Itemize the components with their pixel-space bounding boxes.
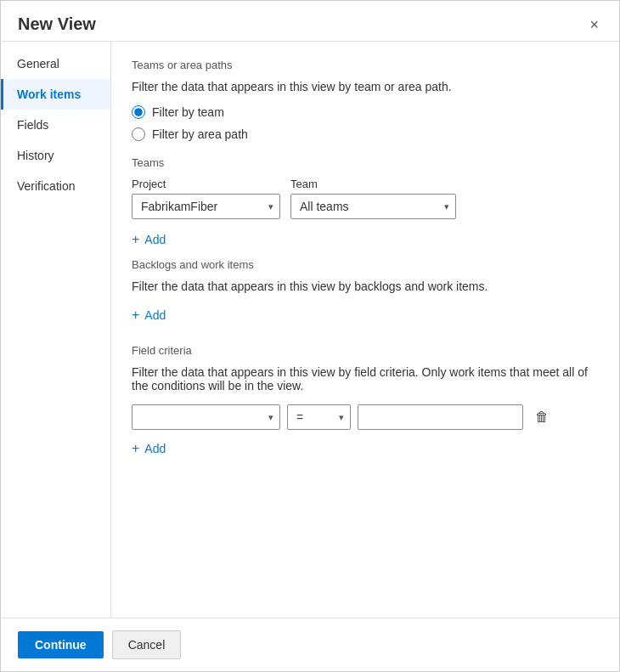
dialog-footer: Continue Cancel	[1, 618, 619, 671]
criteria-field-select-wrapper: ▾	[132, 404, 280, 430]
backlogs-section: Backlogs and work items Filter the data …	[132, 258, 599, 325]
continue-button[interactable]: Continue	[18, 631, 104, 658]
sidebar-label-history: History	[17, 149, 54, 162]
sidebar-label-verification: Verification	[17, 179, 75, 193]
field-criteria-section: Field criteria Filter the data that appe…	[132, 344, 599, 459]
criteria-row: ▾ = ▾ 🗑	[132, 404, 599, 430]
teams-add-label: Add	[144, 233, 166, 246]
sidebar-item-verification[interactable]: Verification	[1, 171, 110, 201]
sidebar-item-fields[interactable]: Fields	[1, 110, 110, 140]
criteria-value-input[interactable]	[358, 404, 523, 430]
close-button[interactable]: ×	[586, 15, 602, 34]
new-view-dialog: New View × General Work items Fields His…	[0, 0, 620, 672]
team-select-wrapper: All teams ▾	[290, 194, 456, 219]
criteria-op-select-wrapper: = ▾	[287, 404, 351, 430]
field-criteria-desc: Filter the data that appears in this vie…	[132, 365, 599, 392]
radio-filter-area[interactable]	[132, 127, 145, 141]
teams-add-icon: +	[132, 233, 139, 246]
sidebar-label-general: General	[17, 57, 59, 71]
teams-paths-title: Teams or area paths	[132, 59, 599, 71]
sidebar-item-history[interactable]: History	[1, 140, 110, 171]
team-select[interactable]: All teams	[290, 194, 456, 219]
dialog-body: General Work items Fields History Verifi…	[1, 41, 619, 618]
teams-paths-desc: Filter the data that appears in this vie…	[132, 80, 599, 93]
criteria-add-label: Add	[144, 442, 166, 455]
criteria-field-select[interactable]	[132, 404, 280, 430]
radio-filter-team[interactable]	[132, 105, 145, 119]
backlogs-add-button[interactable]: + Add	[132, 305, 166, 325]
project-field-group: Project FabrikamFiber ▾	[132, 178, 280, 219]
teams-add-button[interactable]: + Add	[132, 229, 166, 250]
field-criteria-title: Field criteria	[132, 344, 599, 357]
criteria-op-select[interactable]: =	[287, 404, 351, 430]
sidebar: General Work items Fields History Verifi…	[1, 42, 111, 618]
sidebar-item-work-items[interactable]: Work items	[1, 79, 110, 110]
backlogs-desc: Filter the data that appears in this vie…	[132, 280, 599, 293]
team-label: Team	[290, 178, 456, 190]
delete-icon: 🗑	[535, 409, 549, 424]
dialog-title: New View	[18, 14, 96, 34]
radio-filter-team-label: Filter by team	[152, 105, 224, 119]
project-select-wrapper: FabrikamFiber ▾	[132, 194, 280, 219]
criteria-add-button[interactable]: + Add	[132, 438, 166, 459]
backlogs-add-icon: +	[132, 308, 139, 322]
dialog-header: New View ×	[1, 1, 619, 41]
project-label: Project	[132, 178, 280, 190]
criteria-add-icon: +	[132, 442, 139, 455]
project-select[interactable]: FabrikamFiber	[132, 194, 280, 219]
main-content: Teams or area paths Filter the data that…	[111, 42, 619, 618]
filter-radio-group: Filter by team Filter by area path	[132, 105, 599, 141]
sidebar-label-work-items: Work items	[17, 88, 81, 101]
cancel-button[interactable]: Cancel	[112, 630, 182, 659]
sidebar-label-fields: Fields	[17, 118, 48, 132]
backlogs-add-label: Add	[144, 308, 166, 322]
team-row: Project FabrikamFiber ▾ Team All tea	[132, 178, 599, 219]
sidebar-item-general[interactable]: General	[1, 48, 110, 79]
teams-or-area-paths-section: Teams or area paths Filter the data that…	[132, 59, 599, 141]
radio-filter-area-option[interactable]: Filter by area path	[132, 127, 599, 141]
backlogs-title: Backlogs and work items	[132, 258, 599, 271]
radio-filter-team-option[interactable]: Filter by team	[132, 105, 599, 119]
radio-filter-area-label: Filter by area path	[152, 127, 248, 141]
criteria-delete-button[interactable]: 🗑	[530, 406, 554, 428]
teams-section-label: Teams	[132, 156, 599, 169]
teams-section: Teams Project FabrikamFiber ▾ Team	[132, 156, 599, 250]
team-field-group: Team All teams ▾	[290, 178, 456, 219]
